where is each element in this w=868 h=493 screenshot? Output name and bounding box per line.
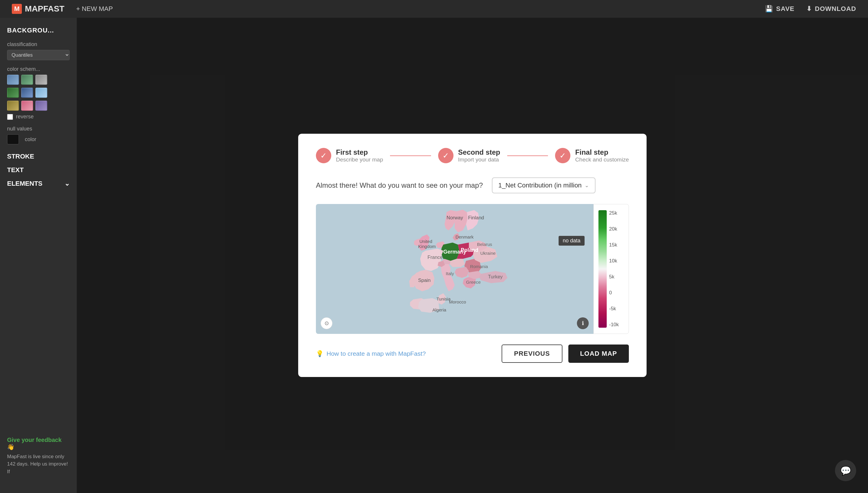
color-swatch-dgreen[interactable] <box>7 88 19 98</box>
legend-label-15k: 15k <box>609 242 624 248</box>
color-scheme-row-2 <box>7 88 70 98</box>
null-values-label: null values <box>7 126 70 132</box>
steps-row: ✓ First step Describe your map ✓ Second … <box>316 148 629 163</box>
legend-label-0: 0 <box>609 290 624 296</box>
reverse-checkbox[interactable] <box>7 114 13 120</box>
france-label: France <box>428 255 442 260</box>
topbar: M MAPFAST + NEW MAP 💾 SAVE ⬇ DOWNLOAD <box>0 0 868 18</box>
color-scheme-label: color schem... <box>7 66 70 72</box>
step-2-subtitle: Import your data <box>458 156 500 163</box>
download-icon: ⬇ <box>806 5 812 13</box>
download-button[interactable]: ⬇ DOWNLOAD <box>806 5 856 13</box>
color-scheme-row-3 <box>7 101 70 111</box>
color-swatch-lblue[interactable] <box>36 88 47 98</box>
help-link-text: How to create a map with MapFast? <box>327 350 426 357</box>
save-icon: 💾 <box>765 5 773 13</box>
map-preview: Morocco Tunisia Algeria Spain France Uni… <box>316 204 593 334</box>
save-label: SAVE <box>776 5 795 13</box>
legend-label-neg10k: -10k <box>609 322 624 328</box>
uk-label: United <box>419 239 432 244</box>
question-text: Almost there! What do you want to see on… <box>316 181 483 190</box>
legend-area: 25k 20k 15k 10k 5k 0 -5k -10k <box>593 204 629 334</box>
step-2: ✓ Second step Import your data <box>438 148 500 163</box>
step-2-text: Second step Import your data <box>458 148 500 163</box>
previous-button[interactable]: PREVIOUS <box>502 344 562 363</box>
feedback-title: Give your feedback 👋 <box>7 436 70 450</box>
footer-buttons: PREVIOUS LOAD MAP <box>502 344 629 363</box>
legend-label-5k: 5k <box>609 274 624 280</box>
load-map-button[interactable]: LOAD MAP <box>568 344 629 363</box>
map-container: Morocco Tunisia Algeria Spain France Uni… <box>316 204 629 334</box>
elements-section: ELEMENTS ⌄ <box>7 180 70 188</box>
new-map-button[interactable]: + NEW MAP <box>76 5 113 13</box>
legend-label-neg5k: -5k <box>609 306 624 312</box>
map-info-button[interactable]: ℹ <box>577 317 589 329</box>
legend-label-25k: 25k <box>609 210 624 216</box>
sidebar-feedback: Give your feedback 👋 MapFast is live sin… <box>7 436 70 476</box>
tunisia-label: Tunisia <box>436 296 451 301</box>
reverse-label: reverse <box>16 114 34 120</box>
legend-labels: 25k 20k 15k 10k 5k 0 -5k -10k <box>609 210 624 328</box>
reverse-row: reverse <box>7 114 70 120</box>
help-link[interactable]: 💡 How to create a map with MapFast? <box>316 350 426 357</box>
color-swatch-green[interactable] <box>21 75 33 85</box>
logo-text: MAPFAST <box>25 4 64 14</box>
step-2-title: Second step <box>458 148 500 156</box>
legend-bar-container: 25k 20k 15k 10k 5k 0 -5k -10k <box>599 210 624 328</box>
step-2-check-icon: ✓ <box>438 148 454 163</box>
logo-icon: M <box>12 4 22 14</box>
save-button[interactable]: 💾 SAVE <box>765 5 795 13</box>
logo: M MAPFAST <box>12 4 64 14</box>
stroke-title: STROKE <box>7 153 70 160</box>
step-1: ✓ First step Describe your map <box>316 148 383 163</box>
denmark-label: Denmark <box>456 234 474 239</box>
poland-map-label: Poland <box>461 247 479 253</box>
spain-label: Spain <box>418 278 431 283</box>
step-line-1 <box>390 155 431 156</box>
norway-label: Norway <box>447 215 463 220</box>
finland-label: Finland <box>468 215 484 220</box>
step-1-subtitle: Describe your map <box>336 156 383 163</box>
turkey-label: Turkey <box>488 274 503 279</box>
sidebar: BACKGROU... classification Quantiles col… <box>0 18 77 493</box>
uk-label2: Kingdom <box>418 244 436 249</box>
lightbulb-icon: 💡 <box>316 350 324 357</box>
chat-icon: 💬 <box>840 466 851 476</box>
color-swatch-olive[interactable] <box>7 101 19 111</box>
null-values-section: null values color <box>7 126 70 144</box>
chat-bubble-button[interactable]: 💬 <box>835 460 856 481</box>
classification-select[interactable]: Quantiles <box>7 50 70 60</box>
step-3-subtitle: Check and customize <box>575 156 629 163</box>
classification-label: classification <box>7 41 70 47</box>
color-swatch-blue[interactable] <box>7 75 19 85</box>
sidebar-background-title: BACKGROU... <box>7 26 70 34</box>
data-column-dropdown[interactable]: 1_Net Contribution (in million ⌄ <box>492 177 595 193</box>
ukraine-label: Ukraine <box>480 251 496 256</box>
modal-footer: 💡 How to create a map with MapFast? PREV… <box>316 344 629 363</box>
color-swatch-gray[interactable] <box>36 75 47 85</box>
belarus-label: Belarus <box>477 242 493 247</box>
map-reset-button[interactable]: ⊙ <box>321 317 332 329</box>
main-area: ✓ First step Describe your map ✓ Second … <box>77 18 868 493</box>
download-label: DOWNLOAD <box>815 5 856 13</box>
color-scheme-row-1 <box>7 75 70 85</box>
romania-label: Romania <box>470 264 488 269</box>
greece-map-label: Greece <box>466 280 481 284</box>
color-swatch-pink[interactable] <box>21 101 33 111</box>
no-data-tooltip: no data <box>559 236 585 245</box>
legend-gradient-bar <box>599 210 607 328</box>
feedback-text: MapFast is live since only 142 days. Hel… <box>7 453 70 476</box>
step-3-title: Final step <box>575 148 629 156</box>
morocco-label: Morocco <box>449 299 466 304</box>
new-map-label: + NEW MAP <box>76 5 113 13</box>
elements-chevron-icon[interactable]: ⌄ <box>64 180 70 188</box>
step-3-text: Final step Check and customize <box>575 148 629 163</box>
null-color-box[interactable] <box>7 134 19 144</box>
step-line-2 <box>507 155 548 156</box>
legend-label-10k: 10k <box>609 258 624 264</box>
step-3: ✓ Final step Check and customize <box>555 148 629 163</box>
color-swatch-purple[interactable] <box>36 101 47 111</box>
step-1-check-icon: ✓ <box>316 148 331 163</box>
step-1-text: First step Describe your map <box>336 148 383 163</box>
color-swatch-mblue[interactable] <box>21 88 33 98</box>
